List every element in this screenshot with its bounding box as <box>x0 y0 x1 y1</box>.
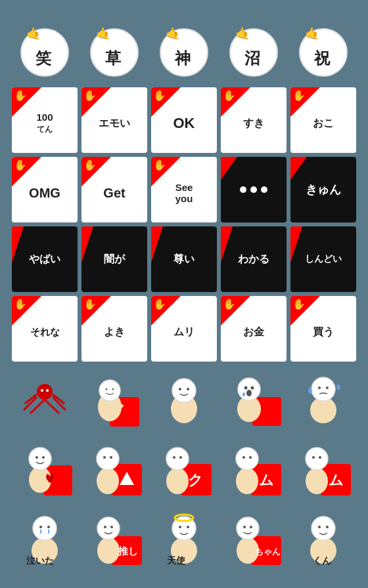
sticker-sorena[interactable]: ✋ それな <box>12 296 78 362</box>
svg-point-100 <box>250 526 252 528</box>
svg-point-43 <box>308 387 312 394</box>
sticker-emoi[interactable]: ✋ エモい <box>81 87 147 153</box>
svg-point-27 <box>105 388 107 390</box>
svg-point-51 <box>42 456 45 459</box>
svg-text:🤙: 🤙 <box>235 26 250 41</box>
svg-point-69 <box>249 456 252 459</box>
sticker-yabai[interactable]: やばい <box>12 226 78 292</box>
svg-point-74 <box>312 456 315 459</box>
svg-point-32 <box>179 388 181 390</box>
svg-point-56 <box>103 456 106 459</box>
sticker-naita[interactable]: 泣いた <box>12 505 78 570</box>
sticker-seeyou[interactable]: ✋ Seeyou <box>151 157 217 222</box>
svg-point-44 <box>336 385 340 390</box>
svg-text:泣いた: 泣いた <box>26 555 54 566</box>
sticker-omg[interactable]: ✋ OMG <box>12 157 78 222</box>
sticker-chan[interactable]: ちゃん <box>221 505 287 570</box>
sticker-yamiga[interactable]: 闇が <box>81 226 147 292</box>
sticker-spider-char[interactable] <box>12 366 78 431</box>
sticker-kun[interactable]: くん <box>290 505 356 570</box>
svg-text:天使: 天使 <box>166 555 186 566</box>
svg-text:ム: ム <box>259 472 274 488</box>
svg-point-103 <box>311 516 335 540</box>
svg-point-94 <box>187 526 189 528</box>
svg-point-37 <box>244 386 247 389</box>
svg-text:草: 草 <box>105 49 122 67</box>
sticker-char-side[interactable]: ム <box>290 435 356 501</box>
sticker-kusa[interactable]: 🤙 草 <box>81 18 147 83</box>
svg-point-57 <box>110 456 112 459</box>
svg-point-60 <box>166 468 189 494</box>
sticker-warai[interactable]: 🤙 笑 <box>12 18 78 83</box>
sticker-get[interactable]: ✋ Get <box>81 157 147 222</box>
svg-text:🤙: 🤙 <box>166 26 181 41</box>
sticker-okane[interactable]: ✋ お金 <box>221 296 287 362</box>
svg-point-42 <box>311 377 335 401</box>
sticker-toutoi[interactable]: 尊い <box>151 226 217 292</box>
svg-point-61 <box>166 448 189 470</box>
svg-point-78 <box>33 516 57 540</box>
svg-point-45 <box>318 387 321 389</box>
sticker-ok[interactable]: ✋ OK <box>151 87 217 153</box>
sticker-numa[interactable]: 🤙 沼 <box>221 18 287 83</box>
svg-text:ちゃん: ちゃん <box>255 547 281 556</box>
sticker-shindoi[interactable]: しんどい <box>290 226 356 292</box>
svg-point-66 <box>236 468 258 494</box>
sticker-kami[interactable]: 🤙 神 <box>151 18 217 83</box>
svg-point-99 <box>243 526 246 528</box>
sticker-char-sweat[interactable] <box>290 366 356 431</box>
svg-text:🤙: 🤙 <box>96 26 111 41</box>
sticker-oshi[interactable]: 推し <box>81 505 147 570</box>
svg-text:🤙: 🤙 <box>305 26 320 41</box>
sticker-iwai[interactable]: 🤙 祝 <box>290 18 356 83</box>
sticker-grid: 🤙 笑 🤙 草 🤙 神 🤙 沼 <box>1 7 367 581</box>
svg-point-98 <box>237 517 259 539</box>
svg-point-23 <box>46 389 49 392</box>
sticker-char-plain[interactable] <box>151 366 217 431</box>
svg-point-15 <box>37 384 53 400</box>
sticker-char-arrow[interactable]: ク <box>151 435 217 501</box>
svg-text:神: 神 <box>174 49 191 67</box>
svg-point-75 <box>319 456 321 459</box>
svg-point-31 <box>172 379 196 402</box>
sticker-wakaru[interactable]: わかる <box>221 226 287 292</box>
svg-point-49 <box>29 448 51 470</box>
sticker-oko[interactable]: ✋ おこ <box>290 87 356 153</box>
sticker-kyun[interactable]: きゅん <box>290 157 356 222</box>
svg-point-80 <box>47 526 50 528</box>
svg-point-68 <box>242 456 245 459</box>
svg-point-63 <box>179 456 182 459</box>
svg-point-79 <box>39 526 42 528</box>
svg-point-54 <box>97 468 119 494</box>
svg-point-87 <box>104 526 106 528</box>
svg-point-85 <box>97 537 120 564</box>
svg-point-73 <box>306 448 328 470</box>
svg-text:🤙: 🤙 <box>26 26 41 41</box>
sticker-char-arrow2[interactable]: ム <box>221 435 287 501</box>
sticker-char-cry[interactable] <box>221 366 287 431</box>
svg-text:ム: ム <box>329 472 344 488</box>
sticker-tenshi[interactable]: 天使 <box>151 505 217 570</box>
svg-point-105 <box>326 526 329 528</box>
svg-text:推し: 推し <box>118 545 138 556</box>
sticker-100ten[interactable]: ✋ 100てん <box>12 87 78 153</box>
sticker-dots[interactable] <box>221 157 287 222</box>
svg-point-72 <box>306 468 328 494</box>
svg-point-67 <box>236 448 258 470</box>
sticker-char-heart[interactable] <box>12 435 78 501</box>
svg-point-62 <box>173 456 175 459</box>
svg-point-28 <box>112 388 114 390</box>
svg-point-38 <box>250 386 254 389</box>
sticker-char-red-hold[interactable] <box>81 366 147 431</box>
svg-point-104 <box>318 526 321 528</box>
sticker-suki[interactable]: ✋ すき <box>221 87 287 153</box>
sticker-char-triangle[interactable] <box>81 435 147 501</box>
svg-point-46 <box>326 387 329 389</box>
svg-point-22 <box>41 389 43 392</box>
sticker-muri[interactable]: ✋ ムリ <box>151 296 217 362</box>
sticker-kau[interactable]: ✋ 買う <box>290 296 356 362</box>
svg-text:ク: ク <box>188 472 203 488</box>
svg-point-50 <box>35 456 38 459</box>
svg-point-40 <box>242 392 245 396</box>
sticker-yoki[interactable]: ✋ よき <box>81 296 147 362</box>
